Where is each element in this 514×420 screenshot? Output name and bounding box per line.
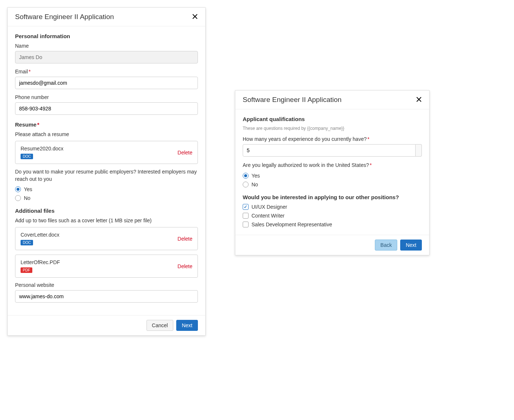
delete-button[interactable]: Delete bbox=[178, 263, 192, 269]
cancel-button[interactable]: Cancel bbox=[146, 320, 174, 331]
radio-yes[interactable]: Yes bbox=[243, 173, 422, 179]
resume-file-card: Resume2020.docx DOC Delete bbox=[15, 141, 198, 164]
number-stepper[interactable] bbox=[416, 144, 422, 157]
application-modal-step1: Software Engineer II Application Persona… bbox=[7, 7, 206, 336]
name-input[interactable] bbox=[15, 51, 198, 63]
checkbox-icon bbox=[243, 222, 249, 227]
section-qualifications-title: Applicant qualifications bbox=[243, 116, 422, 122]
other-positions-group: UI/UX Designer Content Writer Sales Deve… bbox=[243, 204, 422, 227]
other-positions-label: Would you be interested in applying to o… bbox=[243, 194, 422, 200]
field-website: Personal website bbox=[15, 282, 198, 303]
file-info: Resume2020.docx DOC bbox=[21, 146, 64, 159]
radio-label: No bbox=[251, 182, 258, 187]
authorized-label: Are you legally authorized to work in th… bbox=[243, 162, 422, 169]
modal-body: Applicant qualifications These are quest… bbox=[235, 109, 429, 235]
resume-public-question: Do you want to make your resume public e… bbox=[15, 168, 198, 183]
radio-icon bbox=[243, 182, 249, 187]
website-label: Personal website bbox=[15, 282, 198, 288]
radio-icon bbox=[15, 195, 21, 201]
modal-footer: Back Next bbox=[235, 235, 429, 255]
experience-label: How many years of experience do you curr… bbox=[243, 136, 422, 142]
file-name: LetterOfRec.PDF bbox=[21, 259, 60, 265]
checkbox-icon bbox=[243, 204, 249, 210]
authorized-radio-group: Yes No bbox=[243, 173, 422, 187]
qualifications-helper: These are questions required by {{compan… bbox=[243, 126, 422, 131]
application-modal-step2: Software Engineer II Application Applica… bbox=[235, 90, 430, 255]
website-input[interactable] bbox=[15, 290, 198, 303]
file-name: CoverLetter.docx bbox=[21, 232, 59, 238]
phone-input[interactable] bbox=[15, 102, 198, 115]
close-icon[interactable] bbox=[192, 13, 198, 21]
email-label-text: Email bbox=[15, 69, 28, 74]
check-label: Content Writer bbox=[251, 213, 285, 219]
required-icon: * bbox=[368, 136, 369, 142]
additional-instruction: Add up to two files such as a cover lett… bbox=[15, 218, 198, 223]
field-experience: How many years of experience do you curr… bbox=[243, 136, 422, 157]
field-email: Email* bbox=[15, 69, 198, 89]
resume-instruction: Please attach a resume bbox=[15, 131, 198, 137]
authorized-label-text: Are you legally authorized to work in th… bbox=[243, 162, 369, 168]
file-badge-pdf: PDF bbox=[21, 267, 32, 273]
radio-yes[interactable]: Yes bbox=[15, 186, 198, 192]
resume-public-radio-group: Yes No bbox=[15, 186, 198, 201]
check-label: UI/UX Designer bbox=[251, 204, 287, 210]
delete-button[interactable]: Delete bbox=[178, 150, 192, 156]
field-name: Name bbox=[15, 43, 198, 63]
file-info: LetterOfRec.PDF PDF bbox=[21, 259, 60, 273]
check-item-uiux[interactable]: UI/UX Designer bbox=[243, 204, 422, 210]
section-personal-title: Personal information bbox=[15, 33, 198, 39]
name-label: Name bbox=[15, 43, 198, 49]
delete-button[interactable]: Delete bbox=[178, 236, 192, 242]
required-icon: * bbox=[37, 121, 39, 128]
section-resume-title: Resume* bbox=[15, 121, 198, 128]
section-additional-title: Additional files bbox=[15, 208, 198, 214]
additional-file-card: CoverLetter.docx DOC Delete bbox=[15, 227, 198, 250]
check-item-sdr[interactable]: Sales Development Representative bbox=[243, 222, 422, 227]
modal-body: Personal information Name Email* Phone n… bbox=[8, 26, 205, 315]
modal-footer: Cancel Next bbox=[8, 315, 205, 335]
stepper-wrap bbox=[243, 144, 422, 157]
file-info: CoverLetter.docx DOC bbox=[21, 232, 59, 245]
additional-file-card: LetterOfRec.PDF PDF Delete bbox=[15, 255, 198, 278]
radio-label: Yes bbox=[24, 186, 32, 192]
experience-label-text: How many years of experience do you curr… bbox=[243, 136, 367, 142]
back-button[interactable]: Back bbox=[375, 240, 397, 251]
modal-title: Software Engineer II Application bbox=[243, 96, 341, 104]
file-badge-doc: DOC bbox=[21, 240, 33, 245]
check-item-content-writer[interactable]: Content Writer bbox=[243, 213, 422, 219]
resume-title-text: Resume bbox=[15, 121, 36, 128]
field-authorized: Are you legally authorized to work in th… bbox=[243, 162, 422, 187]
phone-label: Phone number bbox=[15, 94, 198, 100]
required-icon: * bbox=[370, 162, 372, 168]
close-icon[interactable] bbox=[416, 96, 422, 103]
radio-label: No bbox=[24, 195, 30, 201]
required-icon: * bbox=[29, 69, 30, 74]
next-button[interactable]: Next bbox=[400, 240, 422, 251]
modal-header: Software Engineer II Application bbox=[8, 8, 205, 26]
radio-no[interactable]: No bbox=[15, 195, 198, 201]
file-name: Resume2020.docx bbox=[21, 146, 64, 151]
radio-icon bbox=[243, 173, 249, 179]
modal-title: Software Engineer II Application bbox=[15, 13, 114, 21]
next-button[interactable]: Next bbox=[176, 320, 198, 331]
email-label: Email* bbox=[15, 69, 198, 74]
file-badge-doc: DOC bbox=[21, 154, 33, 159]
check-label: Sales Development Representative bbox=[251, 222, 332, 227]
radio-label: Yes bbox=[251, 173, 260, 179]
radio-icon bbox=[15, 186, 21, 192]
field-phone: Phone number bbox=[15, 94, 198, 115]
experience-input[interactable] bbox=[243, 144, 416, 157]
modal-header: Software Engineer II Application bbox=[235, 91, 429, 109]
radio-no[interactable]: No bbox=[243, 182, 422, 187]
email-input[interactable] bbox=[15, 77, 198, 89]
checkbox-icon bbox=[243, 213, 249, 219]
